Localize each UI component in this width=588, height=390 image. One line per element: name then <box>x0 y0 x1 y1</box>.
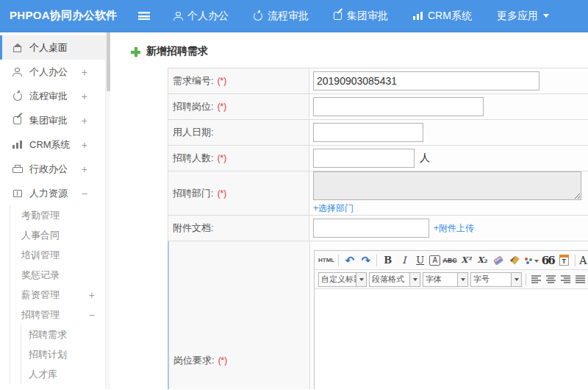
toolbar-separator <box>376 255 377 266</box>
nav-item-crm[interactable]: CRM系统 <box>413 10 472 23</box>
job-position-input[interactable] <box>313 97 484 116</box>
select-value: 字号 <box>471 274 511 285</box>
autotypeset-button[interactable]: A <box>429 255 440 266</box>
clipboard-icon: T <box>559 255 569 266</box>
nav-item-group-approval[interactable]: 集团审批 <box>334 10 388 23</box>
menu-toggle-icon[interactable] <box>138 12 150 20</box>
nav-item-personal-office[interactable]: 个人办公 <box>173 10 229 23</box>
font-family-select[interactable]: 字体 <box>423 272 468 287</box>
nav-item-label: CRM系统 <box>428 10 472 23</box>
caret-down-icon <box>534 260 539 265</box>
headcount-input[interactable] <box>313 149 415 168</box>
strikethrough-button[interactable]: ABC <box>442 253 457 268</box>
underline-button[interactable]: U <box>413 253 427 268</box>
sidebar-item-label: 个人桌面 <box>29 41 68 54</box>
undo-icon[interactable]: ↶ <box>343 253 356 268</box>
nav-item-label: 个人办公 <box>187 10 229 23</box>
collapse-icon[interactable]: − <box>89 309 95 321</box>
eraser-button[interactable] <box>492 253 506 268</box>
page-title-text: 新增招聘需求 <box>146 45 208 58</box>
select-department-link[interactable]: +选择部门 <box>313 202 354 215</box>
paste-text-button[interactable]: T <box>557 253 571 268</box>
book-icon <box>13 190 22 197</box>
sidebar-item-label: 奖惩记录 <box>21 269 60 282</box>
sidebar-item-group-approval[interactable]: 集团审批 + <box>0 108 105 132</box>
expand-icon[interactable]: + <box>82 66 87 78</box>
nav-item-label: 更多应用 <box>497 10 538 23</box>
editor-content-area[interactable] <box>315 289 588 389</box>
sidebar-item-workflow-approval[interactable]: 流程审批 + <box>0 84 105 108</box>
collapse-icon[interactable]: − <box>82 188 87 199</box>
sidebar-item-talent-pool[interactable]: 人才库 <box>21 364 105 384</box>
expand-icon[interactable]: + <box>82 163 87 175</box>
italic-button[interactable]: I <box>397 253 411 268</box>
attachment-input[interactable] <box>313 219 429 238</box>
color-format-button[interactable] <box>524 253 539 268</box>
sidebar: 个人桌面 个人办公 + 流程审批 + 集团审批 + CRM系统 + 行政办公 + <box>0 32 105 389</box>
sidebar-item-label: 个人办公 <box>29 65 68 79</box>
subscript-button[interactable]: X₂ <box>476 253 490 268</box>
scrollbar-thumb[interactable] <box>107 32 110 91</box>
sidebar-item-personal-office[interactable]: 个人办公 + <box>0 60 105 84</box>
align-center-icon[interactable] <box>546 275 556 283</box>
sidebar-item-attendance[interactable]: 考勤管理 <box>10 205 105 225</box>
select-value: 自定义标题 <box>319 274 356 285</box>
bold-button[interactable]: B <box>381 253 395 268</box>
sidebar-item-hr-contract[interactable]: 人事合同 <box>10 225 105 245</box>
sidebar-item-recruit-plan[interactable]: 招聘计划 <box>21 344 105 364</box>
sidebar-item-salary[interactable]: 薪资管理 + <box>10 285 105 305</box>
font-size-select[interactable]: 字号 <box>470 272 522 287</box>
form-row-attachment: 附件文档: +附件上传 <box>168 216 588 241</box>
sidebar-item-recruit-mgmt[interactable]: 招聘管理 − <box>10 305 105 325</box>
font-color-button[interactable]: A <box>579 253 588 268</box>
nav-item-label: 集团审批 <box>347 10 388 23</box>
person-icon <box>173 12 182 21</box>
sidebar-item-label: 考勤管理 <box>21 209 60 222</box>
format-brush-button[interactable] <box>508 253 522 268</box>
nav-item-more-apps[interactable]: 更多应用 <box>497 10 549 23</box>
sidebar-item-hr[interactable]: 人力资源 − <box>0 181 105 205</box>
sidebar-item-label: 人力资源 <box>29 187 68 200</box>
page-title: 新增招聘需求 <box>131 45 588 58</box>
align-justify-icon[interactable] <box>576 275 585 283</box>
edit-icon <box>13 116 21 124</box>
main-content: 新增招聘需求 需求编号: (*) 招聘岗位: (*) <box>110 32 588 389</box>
sidebar-hr-submenu: 考勤管理 人事合同 培训管理 奖惩记录 薪资管理 + 招聘管理 − 招聘需求 <box>10 205 105 384</box>
field-label: 岗位要求: <box>173 354 215 367</box>
nav-item-workflow-approval[interactable]: 流程审批 <box>254 10 309 23</box>
custom-title-select[interactable]: 自定义标题 <box>318 272 367 287</box>
sidebar-item-personal-desktop[interactable]: 个人桌面 <box>0 35 105 60</box>
redo-icon[interactable]: ↷ <box>359 253 373 268</box>
department-textarea[interactable] <box>313 171 581 200</box>
font-color-letter: A <box>579 255 587 266</box>
align-right-icon[interactable] <box>561 275 570 283</box>
sidebar-item-crm[interactable]: CRM系统 + <box>0 132 105 157</box>
attachment-upload-link[interactable]: +附件上传 <box>434 222 474 235</box>
sidebar-item-label: 集团审批 <box>29 114 68 127</box>
sidebar-item-training[interactable]: 培训管理 <box>10 245 105 265</box>
request-number-input[interactable] <box>313 71 539 91</box>
sidebar-item-label: 人事合同 <box>21 229 60 242</box>
expand-icon[interactable]: + <box>82 91 87 102</box>
sidebar-item-reward-punishment[interactable]: 奖惩记录 <box>10 265 105 285</box>
sidebar-item-recruit-demand[interactable]: 招聘需求 <box>21 325 105 344</box>
expand-icon[interactable]: + <box>89 289 95 301</box>
workflow-icon <box>13 92 22 101</box>
sidebar-item-label: 招聘管理 <box>21 308 60 322</box>
sidebar-item-admin-office[interactable]: 行政办公 + <box>0 157 105 181</box>
html-source-button[interactable]: HTML <box>318 253 334 268</box>
employment-date-input[interactable] <box>313 123 423 142</box>
expand-icon[interactable]: + <box>82 139 87 151</box>
align-left-icon[interactable] <box>531 275 541 283</box>
form-row-department: 招聘部门: (*) +选择部门 <box>168 171 588 216</box>
paragraph-format-select[interactable]: 段落格式 <box>369 272 420 287</box>
home-icon <box>12 43 22 52</box>
blockquote-button[interactable]: 66 <box>541 253 555 268</box>
superscript-button[interactable]: X² <box>459 253 473 268</box>
eraser-icon <box>493 255 503 265</box>
field-label: 需求编号: <box>173 74 214 88</box>
expand-icon[interactable]: + <box>82 115 87 127</box>
select-value: 段落格式 <box>370 274 409 285</box>
form-row-request-number: 需求编号: (*) <box>168 68 588 94</box>
bar-chart-icon <box>12 141 22 149</box>
